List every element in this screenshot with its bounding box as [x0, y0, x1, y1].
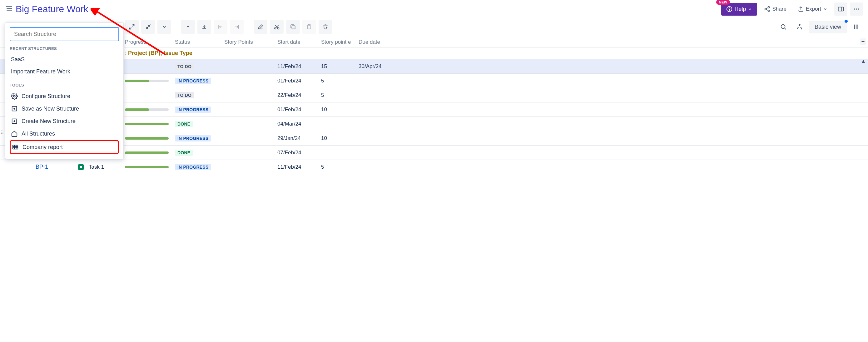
progress-bar	[125, 80, 169, 82]
structure-dropdown: RECENT STRUCTURES SaaS Important Feature…	[5, 23, 124, 159]
table-row[interactable]: TO DO22/Feb/245	[0, 88, 868, 102]
chevron-down-icon	[91, 6, 96, 12]
table-row[interactable]: IN PROGRESS01/Feb/245	[0, 74, 868, 88]
svg-rect-26	[292, 26, 295, 29]
status-badge[interactable]: TO DO	[175, 92, 194, 98]
status-badge[interactable]: IN PROGRESS	[175, 106, 211, 113]
story-point-cell: 5	[321, 92, 359, 98]
col-storypointest[interactable]: Story point e	[321, 39, 359, 45]
start-date-cell: 11/Feb/24	[277, 63, 321, 70]
svg-point-12	[13, 95, 15, 97]
tool-configure[interactable]: Configure Structure	[10, 90, 119, 102]
view-switcher[interactable]: Basic view	[809, 21, 847, 33]
issue-key-link[interactable]: BP-1	[36, 164, 48, 170]
help-label: Help	[734, 6, 746, 12]
search-icon[interactable]	[776, 20, 790, 34]
tool-save-as[interactable]: Save as New Structure	[10, 102, 119, 115]
transform-icon[interactable]	[793, 20, 806, 34]
delete-icon[interactable]	[318, 20, 332, 34]
columns-icon[interactable]	[849, 20, 863, 34]
search-input[interactable]	[10, 27, 119, 41]
progress-bar	[125, 123, 169, 125]
start-date-cell: 07/Feb/24	[277, 150, 321, 156]
story-point-cell: 10	[321, 106, 359, 113]
more-button[interactable]	[850, 2, 863, 15]
scroll-up-icon[interactable]: ▲	[861, 58, 866, 65]
structure-icon	[5, 5, 13, 14]
svg-rect-5	[838, 7, 844, 11]
start-date-cell: 11/Feb/24	[277, 164, 321, 170]
start-date-cell: 29/Jan/24	[277, 135, 321, 142]
recent-item-important[interactable]: Important Feature Work	[10, 66, 119, 78]
story-point-cell: 15	[321, 63, 359, 70]
tools-section-label: TOOLS	[10, 83, 119, 88]
issue-summary: Task 1	[89, 164, 104, 170]
group-row[interactable]: : Project (BP); Issue Type ▲	[0, 48, 868, 59]
help-button[interactable]: NEW Help	[721, 3, 757, 15]
progress-bar	[125, 137, 169, 139]
structure-title[interactable]: Big Feature Work	[5, 4, 96, 14]
tool-company-report[interactable]: Company report	[10, 140, 119, 154]
story-point-cell: 5	[321, 164, 359, 170]
title-text: Big Feature Work	[16, 4, 88, 14]
gear-icon	[11, 93, 18, 100]
expand-icon[interactable]	[125, 20, 139, 34]
table-row[interactable]: IN PROGRESS01/Feb/2410	[0, 102, 868, 117]
move-down-icon[interactable]	[197, 20, 211, 34]
indent-icon[interactable]	[230, 20, 244, 34]
due-date-cell: 30/Apr/24	[359, 63, 396, 70]
table-row[interactable]: IN PROGRESS29/Jan/2410	[0, 131, 868, 146]
tool-all-structures[interactable]: All Structures	[10, 127, 119, 140]
table-row[interactable]: BP-1Task 1IN PROGRESS11/Feb/245	[0, 160, 868, 174]
start-date-cell: 04/Mar/24	[277, 121, 321, 127]
status-badge[interactable]: DONE	[175, 121, 193, 127]
progress-bar	[125, 166, 169, 168]
svg-point-0	[727, 6, 732, 12]
status-badge[interactable]: IN PROGRESS	[175, 164, 211, 170]
col-duedate[interactable]: Due date	[359, 39, 396, 45]
move-up-icon[interactable]	[181, 20, 195, 34]
table-row[interactable]: DONE04/Mar/24	[0, 117, 868, 131]
col-storypoints[interactable]: Story Points	[224, 39, 277, 45]
table-row[interactable]: DONE07/Feb/24	[0, 146, 868, 160]
drag-handle-icon[interactable]: ⠿	[0, 129, 5, 135]
svg-point-3	[765, 8, 767, 10]
col-status[interactable]: Status	[175, 39, 224, 45]
table-icon	[12, 144, 19, 151]
status-badge[interactable]: DONE	[175, 150, 193, 156]
story-point-cell: 10	[321, 135, 359, 142]
progress-bar	[125, 152, 169, 154]
paste-icon[interactable]	[302, 20, 316, 34]
panel-toggle-button[interactable]	[834, 2, 847, 15]
recent-item-saas[interactable]: SaaS	[10, 54, 119, 66]
cut-icon[interactable]	[270, 20, 284, 34]
task-type-icon	[78, 164, 84, 170]
plus-square-icon	[11, 118, 18, 125]
view-label: Basic view	[814, 24, 841, 30]
copy-icon[interactable]	[286, 20, 300, 34]
table-header: Progress Status Story Points Start date …	[0, 37, 868, 48]
svg-point-2	[768, 6, 770, 8]
svg-point-29	[781, 25, 785, 29]
status-badge[interactable]: IN PROGRESS	[175, 135, 211, 142]
edit-icon[interactable]	[254, 20, 267, 34]
share-button[interactable]: Share	[760, 3, 790, 15]
start-date-cell: 01/Feb/24	[277, 106, 321, 113]
col-startdate[interactable]: Start date	[277, 39, 321, 45]
tool-create-new[interactable]: Create New Structure	[10, 115, 119, 127]
chevron-down-icon[interactable]	[157, 20, 171, 34]
collapse-icon[interactable]	[141, 20, 155, 34]
outdent-icon[interactable]	[214, 20, 227, 34]
add-column-button[interactable]: +	[860, 38, 866, 45]
table-row[interactable]: TO DO11/Feb/241530/Apr/24	[0, 59, 868, 74]
col-progress[interactable]: Progress	[125, 39, 175, 45]
new-badge: NEW	[716, 0, 730, 5]
story-point-cell: 5	[321, 78, 359, 84]
start-date-cell: 01/Feb/24	[277, 78, 321, 84]
status-badge[interactable]: TO DO	[175, 63, 194, 70]
share-label: Share	[772, 6, 786, 12]
status-badge[interactable]: IN PROGRESS	[175, 78, 211, 84]
notification-dot	[844, 20, 848, 23]
export-button[interactable]: Export	[793, 3, 832, 15]
svg-point-8	[856, 8, 857, 10]
